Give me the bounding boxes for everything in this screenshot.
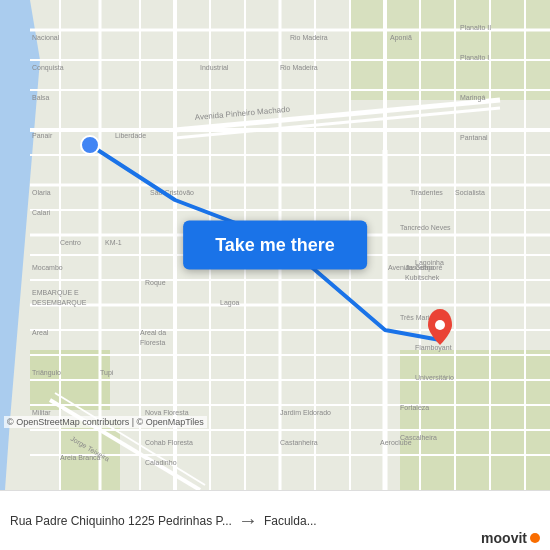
svg-text:Avenida Guaporé: Avenida Guaporé xyxy=(388,264,442,272)
svg-text:Conquista: Conquista xyxy=(32,64,64,72)
svg-text:Cascalheira: Cascalheira xyxy=(400,434,437,441)
svg-point-93 xyxy=(85,140,95,150)
svg-text:Nova Floresta: Nova Floresta xyxy=(145,409,189,416)
svg-text:Centro: Centro xyxy=(60,239,81,246)
svg-text:Areal: Areal xyxy=(32,329,49,336)
take-me-there-button[interactable]: Take me there xyxy=(183,221,367,270)
svg-text:Triângulo: Triângulo xyxy=(32,369,61,377)
moovit-dot-icon xyxy=(530,533,540,543)
svg-text:Jardim Eldorado: Jardim Eldorado xyxy=(280,409,331,416)
svg-text:Tiradentes: Tiradentes xyxy=(410,189,443,196)
svg-text:Mocambo: Mocambo xyxy=(32,264,63,271)
svg-text:Liberdade: Liberdade xyxy=(115,132,146,139)
svg-text:Lagoa: Lagoa xyxy=(220,299,240,307)
svg-text:Areal da: Areal da xyxy=(140,329,166,336)
map-container: Avenida Pinheiro Machado Nacional Conqui… xyxy=(0,0,550,490)
svg-text:Militar: Militar xyxy=(32,409,51,416)
svg-text:Tupi: Tupi xyxy=(100,369,114,377)
svg-text:KM-1: KM-1 xyxy=(105,239,122,246)
footer-arrow-icon: → xyxy=(238,509,258,532)
svg-text:Floresta: Floresta xyxy=(140,339,165,346)
svg-text:Pantanal: Pantanal xyxy=(460,134,488,141)
svg-point-95 xyxy=(435,320,445,330)
svg-text:Rio Madeira: Rio Madeira xyxy=(290,34,328,41)
moovit-text: moovit xyxy=(481,530,527,546)
svg-text:Olaria: Olaria xyxy=(32,189,51,196)
svg-text:Panair: Panair xyxy=(32,132,53,139)
svg-text:EMBARQUE E: EMBARQUE E xyxy=(32,289,79,297)
svg-text:Castanheira: Castanheira xyxy=(280,439,318,446)
svg-text:Tancredo Neves: Tancredo Neves xyxy=(400,224,451,231)
svg-rect-4 xyxy=(350,0,550,100)
svg-text:Industrial: Industrial xyxy=(200,64,229,71)
map-attribution: © OpenStreetMap contributors | © OpenMap… xyxy=(4,416,207,428)
footer: Rua Padre Chiquinho 1225 Pedrinhas P... … xyxy=(0,490,550,550)
footer-destination: Faculda... xyxy=(264,514,317,528)
svg-text:Planalto II: Planalto II xyxy=(460,24,491,31)
svg-text:Cohab Floresta: Cohab Floresta xyxy=(145,439,193,446)
svg-text:Aponiã: Aponiã xyxy=(390,34,412,42)
svg-text:Kubitschek: Kubitschek xyxy=(405,274,440,281)
svg-text:Caladinho: Caladinho xyxy=(145,459,177,466)
svg-text:Nacional: Nacional xyxy=(32,34,60,41)
moovit-logo: moovit xyxy=(481,530,540,546)
svg-text:DESEMBARQUE: DESEMBARQUE xyxy=(32,299,87,307)
svg-text:Balsa: Balsa xyxy=(32,94,50,101)
svg-rect-5 xyxy=(400,350,550,490)
svg-text:Rio Madeira: Rio Madeira xyxy=(280,64,318,71)
svg-text:Planalto I: Planalto I xyxy=(460,54,489,61)
footer-origin: Rua Padre Chiquinho 1225 Pedrinhas P... xyxy=(10,514,232,528)
svg-text:Roque: Roque xyxy=(145,279,166,287)
svg-text:Calari: Calari xyxy=(32,209,51,216)
svg-text:Fortaleza: Fortaleza xyxy=(400,404,429,411)
svg-text:Flamboyant: Flamboyant xyxy=(415,344,452,352)
svg-text:Universitário: Universitário xyxy=(415,374,454,381)
footer-route: Rua Padre Chiquinho 1225 Pedrinhas P... … xyxy=(10,509,317,532)
svg-text:Socialista: Socialista xyxy=(455,189,485,196)
svg-text:Maringá: Maringá xyxy=(460,94,485,102)
